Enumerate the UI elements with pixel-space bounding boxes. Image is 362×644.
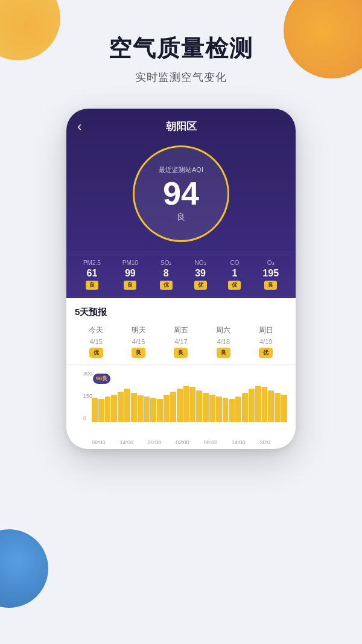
chart-x-label: 14:00 <box>232 439 246 445</box>
pollutant-item: PM10 99 良 <box>122 260 138 290</box>
chart-bar <box>203 393 209 422</box>
forecast-day: 周五 4/17 良 <box>174 325 188 358</box>
chart-bar <box>177 389 183 422</box>
pollutant-name: CO <box>230 260 239 266</box>
chart-bar <box>209 395 215 422</box>
pollutant-badge: 优 <box>160 281 173 290</box>
chart-bar <box>262 387 268 422</box>
forecast-date: 4/17 <box>174 338 187 345</box>
chart-bar <box>255 386 261 422</box>
pollutant-badge: 良 <box>124 281 136 290</box>
forecast-row: 今天 4/15 优 明天 4/16 良 周五 4/17 良 周六 4/18 良 … <box>75 325 287 358</box>
chart-bar <box>131 393 137 422</box>
forecast-date: 4/16 <box>132 338 145 345</box>
pollutant-badge: 良 <box>264 281 277 290</box>
chart-bar <box>229 399 235 422</box>
forecast-date: 4/18 <box>217 338 230 345</box>
pollutant-item: PM2.5 61 良 <box>83 260 101 290</box>
chart-bar <box>98 399 104 422</box>
pollutant-badge: 优 <box>194 281 207 290</box>
forecast-day: 周日 4/19 优 <box>259 325 273 358</box>
phone-screen: ‹ 朝阳区 最近监测站AQI 94 良 PM2.5 61 良 PM10 99 良… <box>66 109 296 449</box>
page-subtitle: 实时监测空气变化 <box>0 70 362 84</box>
aqi-quality: 良 <box>159 212 203 223</box>
white-section: 5天预报 今天 4/15 优 明天 4/16 良 周五 4/17 良 周六 4/… <box>66 298 296 449</box>
blob-bottom-left <box>0 529 48 608</box>
chart-bar <box>111 395 117 422</box>
chart-bar <box>124 389 130 422</box>
page-title: 空气质量检测 <box>0 33 362 64</box>
chart-bubble: 96良 <box>93 374 110 384</box>
forecast-day: 明天 4/16 良 <box>132 325 146 358</box>
chart-bar <box>118 392 124 422</box>
pollutant-value: 39 <box>195 268 206 279</box>
chart-bar <box>105 397 111 422</box>
chart-bar <box>216 397 222 422</box>
chart-bar <box>183 386 189 422</box>
pollutant-item: NO₂ 39 优 <box>194 260 207 290</box>
chart-bar <box>275 393 281 422</box>
chart-x-label: 08:00 <box>204 439 218 445</box>
forecast-date: 4/15 <box>89 338 102 345</box>
forecast-day-name: 明天 <box>132 325 146 336</box>
chart-bar <box>144 397 150 422</box>
aqi-label: 最近监测站AQI <box>159 165 203 174</box>
chart-bar <box>223 398 229 422</box>
back-button[interactable]: ‹ <box>77 119 81 135</box>
forecast-day-name: 今天 <box>89 325 103 336</box>
chart-inner: 96良 <box>92 371 287 422</box>
pollutant-value: 8 <box>164 268 169 279</box>
chart-y-label: 0 <box>83 415 92 421</box>
page-header: 空气质量检测 实时监测空气变化 <box>0 0 362 97</box>
forecast-day: 今天 4/15 优 <box>89 325 103 358</box>
chart-x-label: 14:00 <box>119 439 133 445</box>
chart-bar <box>242 393 248 422</box>
chart-x-label: 08:00 <box>92 439 106 445</box>
aqi-inner: 最近监测站AQI 94 良 <box>159 165 203 223</box>
chart-bar <box>164 395 170 422</box>
pollutant-value: 99 <box>125 268 136 279</box>
pollutant-row: PM2.5 61 良 PM10 99 良 SO₂ 8 优 NO₂ 39 优 CO… <box>66 252 296 298</box>
chart-x-label: 02:00 <box>176 439 189 445</box>
forecast-day-name: 周日 <box>259 325 273 336</box>
chart-bar <box>92 398 98 422</box>
forecast-badge: 良 <box>174 348 188 358</box>
chart-bar <box>281 395 287 422</box>
pollutant-value: 195 <box>262 268 279 279</box>
forecast-day-name: 周六 <box>216 325 230 336</box>
pollutant-badge: 良 <box>86 281 98 290</box>
forecast-day: 周六 4/18 良 <box>216 325 230 358</box>
chart-bars <box>92 386 287 422</box>
phone-mockup: ‹ 朝阳区 最近监测站AQI 94 良 PM2.5 61 良 PM10 99 良… <box>66 109 296 449</box>
pollutant-badge: 优 <box>228 281 241 290</box>
chart-y-label: 300 <box>83 371 92 377</box>
pollutant-value: 1 <box>232 268 238 279</box>
chart-bar <box>138 395 144 422</box>
pollutant-name: NO₂ <box>195 260 206 266</box>
pollutant-value: 61 <box>86 268 97 279</box>
pollutant-name: SO₂ <box>160 260 171 266</box>
pollutant-item: SO₂ 8 优 <box>160 260 173 290</box>
chart-bar <box>170 392 176 422</box>
forecast-badge: 优 <box>259 348 273 358</box>
chart-container: 3001500 96良 <box>75 371 287 437</box>
aqi-value: 94 <box>159 177 203 209</box>
top-bar: ‹ 朝阳区 <box>66 109 296 139</box>
chart-section: 3001500 96良 08:0014:0020:0002:0008:0014:… <box>66 364 296 449</box>
aqi-section: 最近监测站AQI 94 良 <box>66 139 296 252</box>
chart-bar <box>249 389 255 422</box>
chart-bar <box>268 391 274 422</box>
pollutant-name: PM2.5 <box>83 260 101 266</box>
forecast-badge: 良 <box>217 348 230 358</box>
chart-x-label: 20:0 <box>259 439 270 445</box>
chart-x-labels: 08:0014:0020:0002:0008:0014:0020:0 <box>75 437 287 449</box>
chart-bar <box>196 391 202 422</box>
aqi-circle: 最近监测站AQI 94 良 <box>133 145 229 242</box>
chart-bar <box>157 399 163 422</box>
pollutant-item: O₃ 195 良 <box>262 260 279 290</box>
chart-y-labels: 3001500 <box>83 371 92 421</box>
forecast-badge: 优 <box>89 348 103 358</box>
forecast-title: 5天预报 <box>75 307 287 318</box>
pollutant-name: O₃ <box>267 260 275 266</box>
chart-bar <box>189 387 195 422</box>
